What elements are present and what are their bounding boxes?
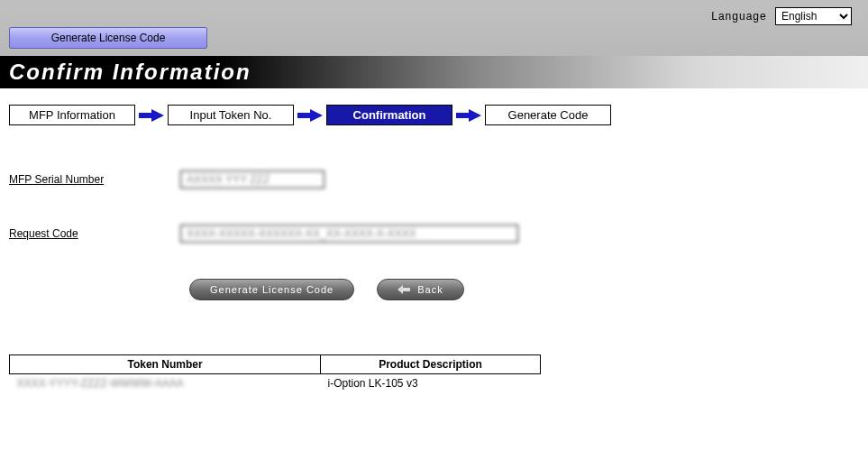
language-selector-container: Language English [711,7,852,25]
title-bar: Confirm Information [0,56,868,88]
generate-button-label: Generate License Code [210,284,333,295]
action-buttons: Generate License Code Back [189,279,859,300]
step-input-token: Input Token No. [168,105,294,125]
token-table: Token Number Product Description XXXX-YY… [9,354,541,392]
arrow-right-icon [297,107,323,124]
back-button[interactable]: Back [377,279,463,300]
request-code-label: Request Code [9,227,180,240]
table-row: XXXX-YYYY-ZZZZ-WWWW-AAAA i-Option LK-105… [10,374,541,393]
serial-number-label: MFP Serial Number [9,173,180,186]
serial-number-value: AXXXX YYY ZZZ [180,170,324,189]
arrow-left-icon [397,285,410,294]
product-description-cell: i-Option LK-105 v3 [321,374,541,393]
request-code-value: XXXX-XXXXX-XXXXXX-XX_XX-XXXX-X-XXXX [180,225,518,243]
language-label: Language [711,10,766,23]
generate-license-button[interactable]: Generate License Code [189,279,354,300]
token-number-cell: XXXX-YYYY-ZZZZ-WWWW-AAAA [10,374,321,393]
page-title: Confirm Information [9,60,251,85]
token-number-header: Token Number [10,355,321,374]
step-confirmation: Confirmation [326,105,452,125]
step-generate-code: Generate Code [485,105,611,125]
arrow-right-icon [456,107,481,124]
product-description-header: Product Description [321,355,541,374]
top-bar: Language English Generate License Code [0,0,868,56]
generate-license-nav-button[interactable]: Generate License Code [9,27,207,49]
language-select[interactable]: English [775,7,852,25]
arrow-right-icon [139,107,164,124]
back-button-label: Back [417,284,443,295]
request-code-row: Request Code XXXX-XXXXX-XXXXXX-XX_XX-XXX… [9,225,859,243]
wizard-steps: MFP Information Input Token No. Confirma… [9,105,859,125]
serial-number-row: MFP Serial Number AXXXX YYY ZZZ [9,170,859,189]
step-mfp-information: MFP Information [9,105,135,125]
